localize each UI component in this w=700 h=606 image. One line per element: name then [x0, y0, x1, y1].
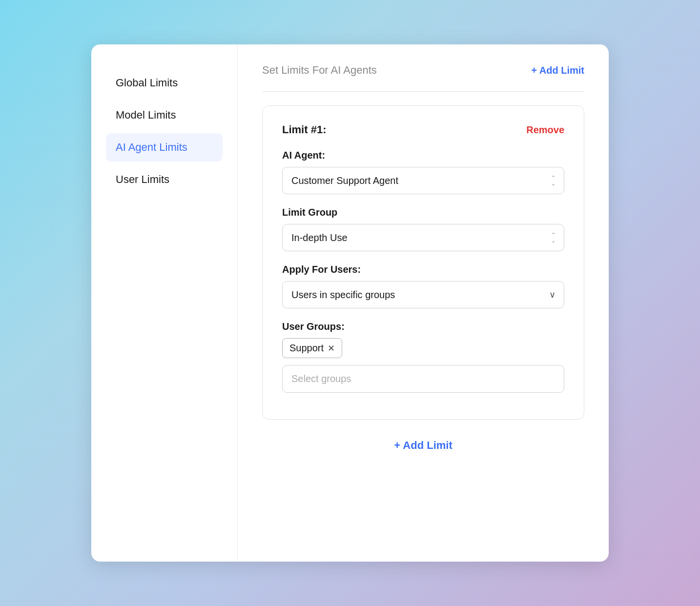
- user-groups-tags: Support ✕: [282, 338, 564, 358]
- add-limit-button-top[interactable]: + Add Limit: [531, 65, 584, 76]
- apply-for-users-label: Apply For Users:: [282, 264, 564, 275]
- group-tag-label: Support: [289, 343, 324, 354]
- remove-button[interactable]: Remove: [526, 124, 564, 136]
- ai-agent-label: AI Agent:: [282, 150, 564, 161]
- select-groups-input[interactable]: [282, 365, 564, 393]
- sidebar-item-model-limits[interactable]: Model Limits: [106, 101, 223, 129]
- sidebar-item-label: Global Limits: [116, 77, 178, 89]
- limit-group-label: Limit Group: [282, 207, 564, 218]
- user-groups-field: User Groups: Support ✕: [282, 321, 564, 393]
- ai-agent-select-wrapper: Customer Support Agent ⌃ ⌄: [282, 167, 564, 194]
- header-divider: [262, 91, 584, 92]
- apply-for-users-select[interactable]: Users in specific groups: [282, 281, 564, 308]
- add-limit-label-bottom: + Add Limit: [394, 439, 453, 452]
- limit-group-select[interactable]: In-depth Use: [282, 224, 564, 251]
- group-tag-support: Support ✕: [282, 338, 342, 358]
- ai-agent-select[interactable]: Customer Support Agent: [282, 167, 564, 194]
- limit-group-select-wrapper: In-depth Use ⌃ ⌄: [282, 224, 564, 251]
- remove-label: Remove: [526, 124, 564, 135]
- apply-for-users-field: Apply For Users: Users in specific group…: [282, 264, 564, 308]
- sidebar-item-label: Model Limits: [116, 109, 176, 121]
- content-area: Set Limits For AI Agents + Add Limit Lim…: [238, 44, 609, 562]
- ai-agent-field: AI Agent: Customer Support Agent ⌃ ⌄: [282, 150, 564, 194]
- content-header: Set Limits For AI Agents + Add Limit: [262, 64, 584, 77]
- limit-card-1: Limit #1: Remove AI Agent: Customer Supp…: [262, 105, 584, 420]
- sidebar-item-label: AI Agent Limits: [116, 141, 187, 153]
- apply-for-users-select-wrapper: Users in specific groups ∨: [282, 281, 564, 308]
- add-limit-label-top: + Add Limit: [531, 65, 584, 76]
- main-card: Global Limits Model Limits AI Agent Limi…: [91, 44, 609, 562]
- add-limit-bottom-container: + Add Limit: [262, 439, 584, 452]
- sidebar: Global Limits Model Limits AI Agent Limi…: [91, 44, 238, 562]
- limit-group-field: Limit Group In-depth Use ⌃ ⌄: [282, 207, 564, 251]
- group-tag-remove-button[interactable]: ✕: [328, 344, 335, 353]
- add-limit-button-bottom[interactable]: + Add Limit: [394, 439, 453, 452]
- sidebar-item-ai-agent-limits[interactable]: AI Agent Limits: [106, 133, 223, 162]
- limit-card-header: Limit #1: Remove: [282, 123, 564, 136]
- user-groups-label: User Groups:: [282, 321, 564, 332]
- limit-title: Limit #1:: [282, 123, 326, 136]
- sidebar-item-label: User Limits: [116, 173, 169, 185]
- sidebar-item-user-limits[interactable]: User Limits: [106, 165, 223, 194]
- sidebar-item-global-limits[interactable]: Global Limits: [106, 69, 223, 97]
- page-title: Set Limits For AI Agents: [262, 64, 377, 77]
